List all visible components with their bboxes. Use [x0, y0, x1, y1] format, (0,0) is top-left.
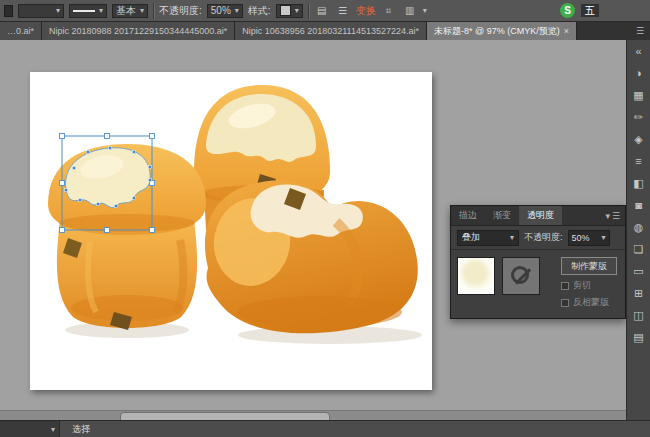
tab-stroke[interactable]: 描边 [451, 206, 485, 225]
menu-icon: ☰ [612, 211, 620, 221]
brushes-panel-icon[interactable]: ✏ [629, 108, 649, 126]
fill-swatch-mini[interactable] [4, 5, 13, 17]
stroke-panel-icon[interactable]: ≡ [629, 152, 649, 170]
tab-label: …0.ai* [7, 26, 34, 36]
document-setup-icon[interactable]: ▤ [314, 3, 330, 18]
caret-icon[interactable]: ▾ [423, 6, 427, 15]
panel-options-icon[interactable]: ▥ [402, 3, 418, 18]
expand-panels-icon[interactable]: « [629, 42, 649, 60]
invert-mask-checkbox[interactable] [561, 299, 569, 307]
stroke-profile-dropdown[interactable]: ▾ [69, 4, 107, 18]
align-grid-icon[interactable]: ⌗ [381, 3, 397, 18]
document-tabs: …0.ai* Nipic 20180988 201712291503444450… [0, 22, 650, 40]
canvas[interactable]: 描边 渐变 透明度 ▾ ☰ 叠加 ▾ 不透明度: 50% ▾ [0, 40, 626, 420]
caret-icon: ▾ [602, 233, 606, 242]
panel-opacity-value: 50% [572, 233, 590, 243]
close-icon[interactable]: × [564, 26, 569, 36]
panel-opacity-dropdown[interactable]: 50% ▾ [568, 230, 610, 246]
tab-label: Nipic 10638956 20180321114513527224.ai* [242, 26, 419, 36]
caret-icon: ▾ [295, 6, 299, 15]
layers-panel-icon[interactable]: ❏ [629, 240, 649, 258]
ime-s-icon[interactable]: S [560, 3, 575, 18]
ime-mode-indicator[interactable]: 五 [580, 3, 600, 18]
clip-label: 剪切 [573, 279, 591, 292]
panel-controls: 叠加 ▾ 不透明度: 50% ▾ [451, 226, 625, 250]
clip-checkbox[interactable] [561, 282, 569, 290]
control-bar: ▾ ▾ 基本 ▾ 不透明度: 50% ▾ 样式: ▾ ▤ ☰ 变换 ⌗ ▥ ▾ … [0, 0, 650, 22]
brush-basic-dropdown[interactable]: 基本 ▾ [112, 4, 148, 18]
object-thumbnail[interactable] [457, 257, 495, 295]
invert-mask-checkbox-row[interactable]: 反相蒙版 [561, 296, 617, 309]
style-dropdown[interactable]: ▾ [276, 4, 303, 18]
panel-opacity-label: 不透明度: [524, 231, 563, 244]
blend-mode-dropdown[interactable]: 叠加 ▾ [457, 230, 519, 246]
clip-checkbox-row[interactable]: 剪切 [561, 279, 617, 292]
caret-icon: ▾ [56, 6, 60, 15]
transform-link[interactable]: 变换 [356, 4, 376, 18]
brush-basic-label: 基本 [116, 4, 136, 18]
document-tab[interactable]: …0.ai* [0, 22, 42, 40]
document-tab-active[interactable]: 未标题-8* @ 97% (CMYK/预览) × [427, 22, 577, 40]
divider [153, 3, 154, 19]
caret-icon: ▾ [99, 6, 103, 15]
symbols-panel-icon[interactable]: ◈ [629, 130, 649, 148]
navigator-panel-icon[interactable]: ▤ [629, 328, 649, 346]
tabbar-menu-icon[interactable]: ☰ [630, 22, 650, 40]
pumpkin-left[interactable] [48, 144, 206, 330]
mask-thumbnail[interactable] [502, 257, 540, 295]
align-panel-icon[interactable]: ⊞ [629, 284, 649, 302]
tab-gradient[interactable]: 渐变 [485, 206, 519, 225]
artboard[interactable] [30, 72, 432, 390]
transparency-panel: 描边 渐变 透明度 ▾ ☰ 叠加 ▾ 不透明度: 50% ▾ [450, 205, 626, 319]
caret-icon: ▾ [235, 6, 239, 15]
brush-definition-dropdown[interactable]: ▾ [18, 4, 64, 18]
tab-label: 未标题-8* @ 97% (CMYK/预览) [434, 25, 560, 38]
illustrator-window: ▾ ▾ 基本 ▾ 不透明度: 50% ▾ 样式: ▾ ▤ ☰ 变换 ⌗ ▥ ▾ … [0, 0, 650, 437]
pathfinder-panel-icon[interactable]: ◫ [629, 306, 649, 324]
style-swatch [280, 5, 291, 16]
tool-status-label: 选择 [72, 423, 90, 436]
opacity-dropdown[interactable]: 50% ▾ [207, 4, 243, 18]
document-tab[interactable]: Nipic 20180988 20171229150344445000.ai* [42, 22, 235, 40]
panel-body: 制作蒙版 剪切 反相蒙版 [451, 250, 625, 318]
scrollbar-thumb[interactable] [120, 412, 330, 420]
pumpkin-right[interactable] [205, 181, 418, 334]
artboards-panel-icon[interactable]: ▭ [629, 262, 649, 280]
panel-tabs: 描边 渐变 透明度 ▾ ☰ [451, 206, 625, 226]
panel-dock: « ◑ ▦ ✏ ◈ ≡ ◧ ◙ ◍ ❏ ▭ ⊞ ◫ ▤ [626, 40, 650, 420]
swatches-panel-icon[interactable]: ▦ [629, 86, 649, 104]
style-label: 样式: [248, 4, 271, 18]
invert-mask-label: 反相蒙版 [573, 296, 609, 309]
caret-icon: ▾ [51, 425, 55, 434]
caret-icon: ▾ [140, 6, 144, 15]
appearance-panel-icon[interactable]: ◍ [629, 218, 649, 236]
caret-icon: ▾ [510, 233, 514, 242]
caret-icon: ▾ [605, 211, 610, 221]
no-mask-icon [511, 266, 529, 284]
color-panel-icon[interactable]: ◑ [629, 64, 649, 82]
tab-transparency[interactable]: 透明度 [519, 206, 562, 225]
panel-menu-icon[interactable]: ▾ ☰ [600, 206, 625, 225]
tab-label: Nipic 20180988 20171229150344445000.ai* [49, 26, 227, 36]
status-bar: ▾ 选择 [0, 420, 650, 437]
opacity-value: 50% [211, 5, 231, 16]
zoom-dropdown[interactable]: ▾ [0, 421, 60, 437]
stroke-line-icon [73, 10, 95, 12]
document-tab[interactable]: Nipic 10638956 20180321114513527224.ai* [235, 22, 427, 40]
make-mask-button[interactable]: 制作蒙版 [561, 257, 617, 275]
menu-icon[interactable]: ☰ [335, 3, 351, 18]
horizontal-scrollbar[interactable] [0, 410, 626, 420]
mask-options: 制作蒙版 剪切 反相蒙版 [561, 257, 619, 309]
divider [308, 3, 309, 19]
transparency-panel-icon[interactable]: ◙ [629, 196, 649, 214]
gradient-panel-icon[interactable]: ◧ [629, 174, 649, 192]
blend-mode-value: 叠加 [462, 231, 480, 244]
pumpkin-artwork [30, 72, 432, 390]
opacity-label: 不透明度: [159, 4, 202, 18]
